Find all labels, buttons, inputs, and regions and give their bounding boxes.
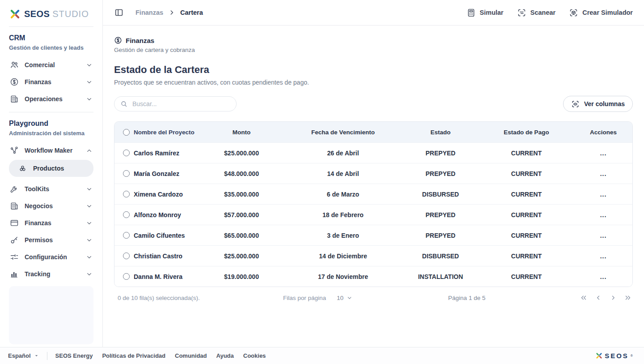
column-header-nombre[interactable]: Nombre del Proyecto (132, 129, 199, 136)
sidebar-item-negocios[interactable]: Negocios (9, 197, 93, 214)
footer-link-privacidad[interactable]: Políticas de Privacidad (102, 352, 165, 359)
sidebar-item-label: Productos (33, 165, 64, 172)
sidebar-item-label: Permisos (25, 236, 53, 244)
cell-payment-status: CURRENT (479, 211, 574, 218)
eye-scan-icon (571, 100, 580, 108)
cell-due-date: 6 de Marzo (284, 191, 402, 198)
first-page-button[interactable] (580, 294, 588, 302)
sidebar-item-configuracion[interactable]: Configuración (9, 248, 93, 266)
cell-project-name: Alfonzo Monroy (132, 211, 199, 218)
pagination-bar: 0 de 10 fila(s) seleccionada(s). Filas p… (114, 294, 633, 302)
column-header-estado-pago[interactable]: Estado de Pago (479, 129, 574, 136)
row-actions-button[interactable]: ... (574, 253, 632, 260)
sidebar-item-label: Finanzas (25, 219, 51, 227)
row-actions-button[interactable]: ... (574, 150, 632, 157)
chevron-down-icon (86, 186, 93, 193)
prev-page-button[interactable] (594, 294, 602, 302)
breadcrumb-parent[interactable]: Finanzas (136, 9, 163, 16)
cell-payment-status: CURRENT (479, 170, 574, 177)
crm-nav: Comercial Finanzas Operaciones (9, 56, 93, 107)
sidebar: SEOS STUDIO CRM Gestión de clientes y le… (0, 0, 103, 347)
sidebar-item-label: Tracking (25, 270, 51, 278)
cell-amount: $35.000.000 (199, 191, 284, 198)
crear-simulador-button[interactable]: Crear Simulador (569, 8, 633, 17)
footer-link-seos-energy[interactable]: SEOS Energy (55, 352, 93, 359)
search-input[interactable] (131, 100, 230, 108)
chevron-down-icon (86, 254, 93, 261)
row-actions-button[interactable]: ... (574, 232, 632, 239)
column-header-estado[interactable]: Estado (402, 129, 479, 136)
last-page-button[interactable] (624, 294, 632, 302)
page-content: Finanzas Gestión de cartera y cobranza E… (103, 26, 644, 347)
cell-amount: $19.000.000 (199, 273, 284, 280)
building-icon (10, 94, 19, 103)
section-subtitle: Gestión de cartera y cobranza (114, 47, 633, 53)
table-header-row: Nombre del Proyecto Monto Fecha de Venci… (114, 122, 632, 142)
row-radio[interactable] (123, 211, 130, 218)
table-row: Camilo Cifuentes$65.000.0003 de EneroPRE… (114, 225, 632, 245)
footer-link-ayuda[interactable]: Ayuda (216, 352, 234, 359)
table-row: Christian Castro$25.000.00014 de Diciemb… (114, 245, 632, 266)
cell-amount: $25.000.000 (199, 253, 284, 260)
sidebar-item-toolkits[interactable]: ToolKits (9, 180, 93, 197)
app-logo[interactable]: SEOS STUDIO (9, 6, 93, 26)
row-radio[interactable] (123, 273, 130, 280)
sidebar-item-label: Operaciones (25, 95, 63, 103)
footer-link-cookies[interactable]: Cookies (243, 352, 266, 359)
row-actions-button[interactable]: ... (574, 273, 632, 280)
dollar-circle-icon (114, 36, 122, 44)
sidebar-item-tracking[interactable]: Tracking (9, 266, 93, 283)
row-radio[interactable] (123, 191, 130, 197)
footer-link-comunidad[interactable]: Comunidad (175, 352, 207, 359)
column-header-monto[interactable]: Monto (199, 129, 284, 136)
sidebar-toggle-icon[interactable] (114, 8, 124, 17)
cell-amount: $25.000.000 (199, 150, 284, 157)
cell-due-date: 3 de Enero (284, 232, 402, 239)
footer-divider (47, 352, 47, 360)
cube-scan-icon (569, 8, 578, 17)
cell-due-date: 14 de Abril (284, 170, 402, 177)
cell-payment-status: CURRENT (479, 253, 574, 260)
playground-nav: Workflow Maker Productos ToolKits (9, 142, 93, 283)
row-radio[interactable] (123, 232, 130, 239)
playground-section-title: Playground (9, 120, 93, 128)
sliders-icon (10, 253, 19, 261)
sidebar-item-productos[interactable]: Productos (9, 160, 93, 177)
app-window: SEOS STUDIO CRM Gestión de clientes y le… (0, 0, 644, 347)
sidebar-item-permisos[interactable]: Permisos (9, 231, 93, 248)
language-select[interactable]: Español (8, 352, 39, 359)
view-columns-button[interactable]: Ver columnas (563, 96, 633, 112)
search-box (114, 96, 237, 111)
chevron-down-icon (86, 220, 93, 227)
row-radio[interactable] (123, 170, 130, 177)
column-header-fecha[interactable]: Fecha de Vencimiento (284, 129, 402, 136)
simular-button[interactable]: Simular (466, 8, 504, 17)
table-toolbar: Ver columnas (114, 96, 633, 112)
row-radio[interactable] (123, 253, 130, 259)
row-actions-button[interactable]: ... (574, 170, 632, 177)
next-page-button[interactable] (609, 294, 617, 302)
sidebar-item-finanzas-crm[interactable]: Finanzas (9, 73, 93, 90)
cell-project-name: Carlos Ramírez (132, 150, 199, 157)
sidebar-item-workflow-maker[interactable]: Workflow Maker (9, 142, 93, 159)
table-row: María Gonzalez$48.000.00014 de AbrilPREP… (114, 163, 632, 184)
rows-per-page-select[interactable]: 10 (337, 295, 352, 301)
breadcrumb: Finanzas Cartera (136, 9, 203, 16)
chevron-down-icon (347, 295, 352, 301)
cell-payment-status: CURRENT (479, 150, 574, 157)
rows-per-page-value: 10 (337, 295, 343, 301)
cell-amount: $48.000.000 (199, 170, 284, 177)
sidebar-item-operaciones[interactable]: Operaciones (9, 90, 93, 107)
sidebar-item-finanzas-playground[interactable]: Finanzas (9, 214, 93, 231)
row-actions-button[interactable]: ... (574, 211, 632, 218)
bar-chart-icon (10, 270, 19, 278)
cell-payment-status: CURRENT (479, 191, 574, 198)
select-all-radio[interactable] (123, 129, 130, 136)
row-radio[interactable] (123, 150, 130, 156)
sidebar-item-label: ToolKits (25, 185, 49, 193)
row-actions-button[interactable]: ... (574, 191, 632, 198)
cell-payment-status: CURRENT (479, 232, 574, 239)
scanear-button[interactable]: Scanear (517, 8, 555, 17)
sidebar-item-comercial[interactable]: Comercial (9, 56, 93, 73)
cell-project-name: Christian Castro (132, 253, 199, 260)
